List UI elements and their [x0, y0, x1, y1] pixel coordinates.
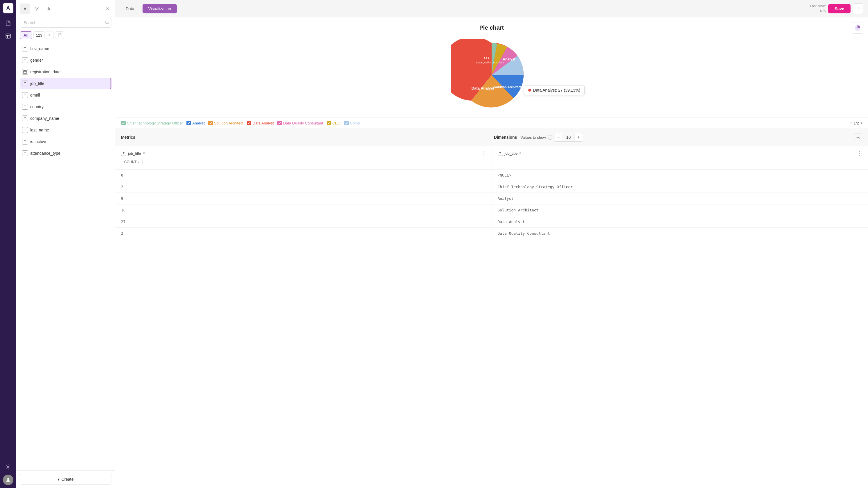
more-options-button[interactable]	[853, 3, 863, 14]
save-button[interactable]: Save	[828, 4, 850, 13]
increment-button[interactable]: +	[575, 133, 583, 141]
legend-checkbox-comn[interactable]	[344, 121, 349, 125]
svg-rect-13	[24, 70, 27, 73]
legend-label-analyst: Analyst	[192, 121, 205, 125]
table-row: 3 Data Quality Consultant	[115, 228, 868, 239]
legend-item-analyst[interactable]: Analyst	[186, 121, 205, 125]
tab-visualization[interactable]: Visualization	[143, 4, 177, 13]
nav-icon-settings[interactable]	[3, 462, 13, 472]
field-item-country[interactable]: T country	[20, 101, 112, 112]
metric-value-1: 2	[115, 181, 492, 193]
legend-label-dqc: Data Quality Consultant	[283, 121, 323, 125]
legend-checkbox-ceo[interactable]	[327, 121, 331, 125]
svg-marker-3	[35, 7, 38, 10]
last-save-value: N/A	[820, 9, 826, 13]
filter-tabs: All 123 T	[20, 31, 112, 39]
dimension-value-1: Chief Technology Strategy Officer	[492, 181, 868, 193]
dimension-value-3: Solution Architect	[492, 204, 868, 216]
svg-point-2	[7, 478, 9, 480]
legend-checkbox-data-analyst[interactable]	[247, 121, 251, 125]
field-item-registration-date[interactable]: registration_date	[20, 66, 112, 78]
table-row: 2 Chief Technology Strategy Officer	[115, 181, 868, 193]
field-type-icon-first-name: T	[22, 46, 28, 52]
field-item-gender[interactable]: T gender	[20, 54, 112, 66]
dimension-field-menu-icon[interactable]: ≡	[519, 151, 521, 155]
field-type-icon-attendance-type: T	[22, 150, 28, 156]
legend-item-data-analyst[interactable]: Data Analyst	[247, 121, 274, 125]
legend-label-ctso: Chief Technology Strategy Officer	[127, 121, 183, 125]
field-item-company-name[interactable]: T company_name	[20, 112, 112, 124]
filter-tab-number[interactable]: 123	[33, 31, 45, 39]
legend-item-solution-architect[interactable]: Solution Architect	[208, 121, 243, 125]
last-save-label: Last save:	[810, 4, 826, 8]
svg-text:Data Quality Consultant: Data Quality Consultant	[476, 61, 504, 64]
dimension-field-type-icon: T	[498, 151, 503, 156]
decrement-button[interactable]: −	[554, 133, 563, 141]
legend-next-button[interactable]: ›	[861, 121, 862, 126]
dimension-field-header: T job_title ≡ ⋮	[498, 150, 863, 157]
field-label-job-title: job_title	[30, 81, 44, 86]
legend-page-indicator: 1/2	[854, 121, 859, 125]
pie-chart-container: Analyst Solution Architect Data Analyst …	[115, 36, 868, 117]
filter-tab-all[interactable]: All	[20, 31, 32, 39]
dimension-field-name: job_title	[505, 151, 518, 156]
dimension-field-more-button[interactable]: ⋮	[857, 150, 862, 157]
legend-item-comn[interactable]: Comn	[344, 121, 360, 125]
chart-type-button[interactable]	[852, 22, 863, 34]
legend-label-data-analyst: Data Analyst	[252, 121, 274, 125]
user-avatar[interactable]	[3, 475, 13, 485]
sidebar-tab-chart[interactable]	[43, 3, 54, 14]
metrics-label: Metrics	[121, 135, 135, 139]
field-item-last-name[interactable]: T last_name	[20, 124, 112, 136]
metric-aggregation-badge[interactable]: COUNT ▾	[121, 159, 143, 165]
svg-point-19	[858, 10, 859, 10]
info-icon[interactable]: i	[548, 135, 552, 139]
metric-field-more-button[interactable]: ⋮	[480, 150, 486, 157]
legend-checkbox-ctso[interactable]	[121, 121, 126, 125]
filter-tab-date[interactable]	[55, 31, 64, 39]
dimensions-settings-button[interactable]	[854, 133, 862, 141]
values-to-show-control: Values to show i − 10 +	[520, 133, 583, 142]
metric-field-cell: T job_title ≡ ⋮ COUNT ▾	[115, 146, 492, 169]
legend-item-dqc[interactable]: Data Quality Consultant	[277, 121, 323, 125]
field-item-is-active[interactable]: T is_active	[20, 136, 112, 148]
nav-icon-chart[interactable]	[3, 31, 13, 41]
field-label-first-name: first_name	[30, 46, 49, 51]
values-count-display: 10	[563, 134, 575, 141]
svg-text:CEO: CEO	[484, 57, 490, 60]
legend-label-comn: Comn	[350, 121, 360, 125]
field-list: T first_name T gender registration_date …	[16, 43, 115, 470]
legend-checkbox-solution-architect[interactable]	[208, 121, 213, 125]
field-label-registration-date: registration_date	[30, 69, 61, 74]
data-table: 0 <NULL> 2 Chief Technology Strategy Off…	[115, 169, 868, 239]
legend-item-ceo[interactable]: CEO	[327, 121, 341, 125]
metric-value-5: 3	[115, 228, 492, 239]
legend-prev-button[interactable]: ‹	[850, 121, 852, 126]
nav-icon-document[interactable]	[3, 18, 13, 29]
metrics-dimensions-header: Metrics Dimensions Values to show i − 10…	[115, 129, 868, 146]
legend-item-ctso[interactable]: Chief Technology Strategy Officer	[121, 121, 183, 125]
metric-field-menu-icon[interactable]: ≡	[143, 151, 145, 155]
field-item-job-title[interactable]: T job_title	[20, 78, 112, 89]
field-item-first-name[interactable]: T first_name	[20, 43, 112, 54]
chart-section: Pie chart	[115, 18, 868, 129]
svg-point-7	[105, 21, 108, 23]
sidebar-close-button[interactable]: ✕	[103, 5, 112, 13]
tab-data[interactable]: Data	[120, 4, 140, 13]
svg-rect-0	[6, 34, 10, 38]
legend-checkbox-analyst[interactable]	[186, 121, 191, 125]
sidebar-tab-fields[interactable]: A	[20, 3, 30, 14]
filter-tab-text[interactable]: T	[46, 31, 54, 39]
legend-label-solution-architect: Solution Architect	[214, 121, 243, 125]
dimension-field-cell: T job_title ≡ ⋮	[492, 146, 868, 169]
sidebar-tab-filter[interactable]	[31, 3, 42, 14]
legend-checkbox-dqc[interactable]	[277, 121, 282, 125]
chart-legend: Chief Technology Strategy Officer Analys…	[115, 117, 868, 129]
field-item-email[interactable]: T email	[20, 89, 112, 101]
search-input[interactable]	[20, 18, 112, 28]
metrics-section-header: Metrics	[121, 135, 489, 140]
metric-field-header: T job_title ≡ ⋮	[121, 150, 486, 157]
metric-value-0: 0	[115, 169, 492, 181]
field-item-attendance-type[interactable]: T attendance_type	[20, 148, 112, 159]
create-button[interactable]: ▾ Create	[20, 474, 112, 485]
